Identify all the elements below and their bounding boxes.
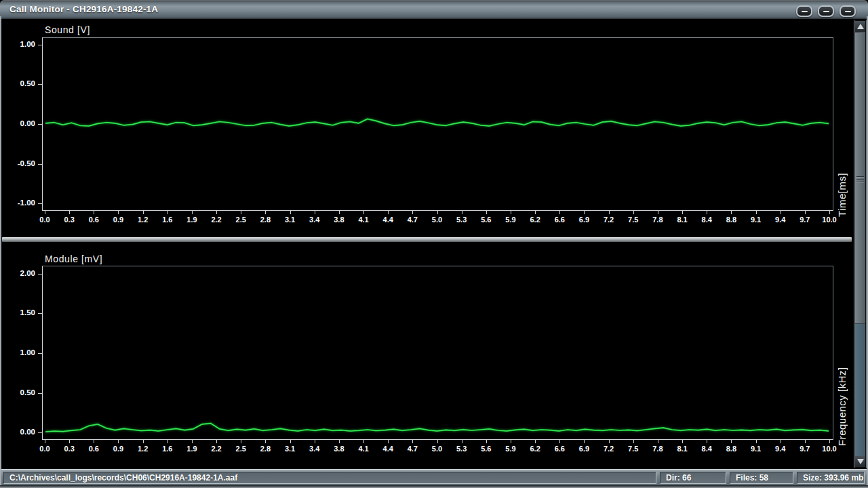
x-tick-label: 6.2 bbox=[525, 216, 545, 224]
x-axis-tick bbox=[682, 440, 683, 443]
x-tick-label: 0.9 bbox=[108, 445, 128, 453]
scrollbar-thumb[interactable] bbox=[855, 33, 865, 324]
sound-waveform bbox=[43, 38, 833, 210]
y-axis-tick bbox=[38, 203, 42, 204]
y-tick-label: -0.50 bbox=[0, 159, 35, 167]
minimize-button[interactable] bbox=[796, 5, 812, 17]
x-tick-label: 9.1 bbox=[746, 216, 766, 224]
scroll-down-button[interactable] bbox=[855, 456, 865, 467]
x-axis-tick bbox=[118, 211, 119, 214]
x-tick-label: 3.4 bbox=[304, 216, 325, 224]
x-axis-tick bbox=[633, 440, 634, 443]
x-axis-tick bbox=[609, 440, 610, 443]
x-axis-tick bbox=[412, 440, 413, 443]
y-tick-label: 2.00 bbox=[0, 269, 35, 277]
x-tick-label: 1.6 bbox=[157, 216, 178, 224]
x-axis-tick bbox=[45, 440, 45, 443]
titlebar[interactable]: Call Monitor - CH2916A-19842-1A bbox=[0, 0, 868, 19]
x-axis-tick bbox=[535, 440, 536, 443]
x-axis-tick bbox=[118, 440, 119, 443]
x-tick-label: 4.7 bbox=[402, 216, 422, 224]
x-tick-label: 8.1 bbox=[672, 216, 692, 224]
x-tick-label: 9.7 bbox=[795, 445, 815, 453]
arrow-down-icon bbox=[857, 459, 864, 464]
x-axis-tick bbox=[781, 440, 781, 443]
x-tick-label: 4.1 bbox=[353, 445, 374, 453]
x-axis-tick bbox=[315, 440, 315, 443]
y-tick-label: 1.00 bbox=[0, 40, 35, 48]
x-axis-tick bbox=[388, 211, 389, 214]
x-tick-label: 0.0 bbox=[35, 216, 55, 224]
waveform-mid bbox=[45, 424, 829, 432]
x-tick-label: 6.2 bbox=[525, 445, 545, 453]
x-tick-label: 8.1 bbox=[672, 445, 692, 453]
x-tick-label: 5.3 bbox=[452, 216, 472, 224]
window-controls bbox=[796, 5, 856, 17]
x-axis-tick bbox=[633, 211, 634, 214]
splitter-handle[interactable] bbox=[2, 237, 852, 242]
window-title: Call Monitor - CH2916A-19842-1A bbox=[9, 0, 158, 19]
x-axis-tick bbox=[731, 211, 732, 214]
x-tick-label: 8.4 bbox=[696, 445, 717, 453]
dash-icon bbox=[823, 11, 829, 12]
x-axis-tick bbox=[192, 440, 193, 443]
x-tick-label: 2.2 bbox=[206, 216, 226, 224]
x-tick-label: 10.0 bbox=[819, 445, 840, 453]
module-waveform bbox=[43, 266, 833, 439]
status-files-count: Files: 58 bbox=[730, 472, 793, 484]
x-tick-label: 2.8 bbox=[255, 216, 275, 224]
x-tick-label: 9.1 bbox=[746, 445, 766, 453]
x-axis-tick bbox=[388, 440, 389, 443]
scrollbar-fill bbox=[855, 324, 865, 457]
x-tick-label: 0.6 bbox=[83, 216, 104, 224]
scroll-up-button[interactable] bbox=[855, 21, 865, 32]
close-button[interactable] bbox=[840, 5, 856, 17]
y-tick-label: 1.50 bbox=[0, 308, 35, 317]
module-chart: Module [mV] Frequency [kHz] 2.001.501.00… bbox=[0, 0, 868, 488]
x-axis-tick bbox=[241, 440, 241, 443]
x-axis-tick bbox=[94, 440, 94, 443]
x-axis-tick bbox=[412, 211, 413, 214]
dash-icon bbox=[802, 11, 808, 12]
x-tick-label: 1.2 bbox=[133, 445, 153, 453]
window-border-bottom bbox=[0, 485, 868, 488]
x-tick-label: 9.7 bbox=[795, 216, 815, 224]
arrow-up-icon bbox=[857, 24, 864, 29]
x-axis-tick bbox=[216, 211, 217, 214]
x-tick-label: 0.3 bbox=[59, 216, 79, 224]
y-axis-tick bbox=[38, 353, 42, 354]
x-axis-tick bbox=[437, 211, 438, 214]
x-tick-label: 0.6 bbox=[83, 445, 104, 453]
x-tick-label: 7.5 bbox=[623, 445, 644, 453]
vertical-scrollbar[interactable] bbox=[854, 20, 867, 468]
x-axis-tick bbox=[69, 440, 70, 443]
x-tick-label: 4.7 bbox=[402, 445, 422, 453]
x-axis-tick bbox=[265, 440, 266, 443]
y-axis-tick bbox=[38, 393, 42, 394]
y-axis-tick bbox=[38, 313, 42, 314]
x-axis-tick bbox=[756, 440, 757, 443]
y-tick-label: -1.00 bbox=[0, 199, 35, 207]
x-tick-label: 2.5 bbox=[231, 445, 251, 453]
x-tick-label: 8.8 bbox=[721, 216, 741, 224]
x-axis-tick bbox=[805, 440, 806, 443]
module-right-axis-label: Frequency [kHz] bbox=[836, 367, 848, 446]
x-tick-label: 1.2 bbox=[133, 216, 153, 224]
chart-title-module: Module [mV] bbox=[45, 253, 102, 264]
x-axis-tick bbox=[781, 211, 781, 214]
x-axis-tick bbox=[462, 211, 462, 214]
x-tick-label: 3.8 bbox=[329, 216, 349, 224]
x-tick-label: 5.9 bbox=[500, 216, 521, 224]
dash-icon bbox=[845, 11, 851, 12]
x-tick-label: 2.8 bbox=[255, 445, 275, 453]
y-axis-tick bbox=[38, 45, 42, 45]
x-axis-tick bbox=[143, 440, 144, 443]
x-axis-tick bbox=[511, 440, 511, 443]
x-tick-label: 5.0 bbox=[427, 445, 448, 453]
x-axis-tick bbox=[707, 211, 707, 214]
x-axis-tick bbox=[486, 211, 487, 214]
status-dir-count: Dir: 66 bbox=[660, 472, 726, 484]
y-tick-label: 0.00 bbox=[0, 428, 35, 436]
maximize-button[interactable] bbox=[818, 5, 834, 17]
x-tick-label: 6.6 bbox=[549, 445, 570, 453]
